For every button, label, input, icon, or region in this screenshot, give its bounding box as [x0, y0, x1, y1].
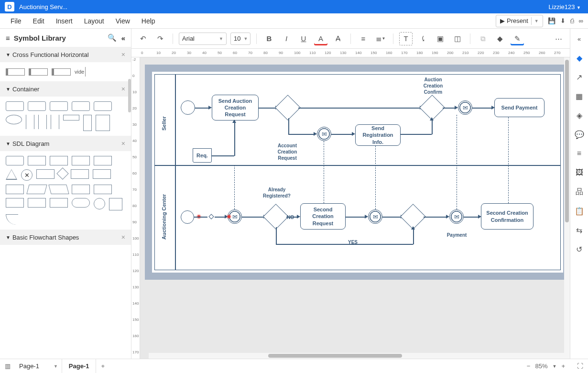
event-account-creation[interactable]	[317, 127, 331, 141]
close-icon[interactable]: ×	[121, 140, 125, 147]
shape-brace[interactable]	[32, 115, 34, 129]
grid-icon[interactable]: ▦	[574, 91, 585, 101]
image-icon[interactable]: 🖼	[574, 167, 585, 178]
menu-view[interactable]: View	[110, 14, 136, 28]
shape-brace[interactable]	[57, 115, 59, 129]
document-title[interactable]: Auctioning Serv...	[19, 3, 549, 11]
menu-insert[interactable]: Insert	[50, 14, 78, 28]
diagram-page[interactable]: Seller Auctioning Center Send Auction Cr…	[152, 72, 563, 273]
zoom-out-button[interactable]: −	[527, 362, 531, 370]
text-color-button[interactable]: A	[314, 32, 327, 45]
container-button[interactable]: ◫	[451, 32, 464, 45]
shape-parallelogram[interactable]	[26, 185, 47, 194]
arrange-icon[interactable]: ⇆	[574, 225, 585, 235]
horizontal-scrollbar[interactable]	[149, 353, 570, 359]
shape-rect[interactable]	[63, 115, 79, 121]
shape-terminator[interactable]	[72, 198, 90, 208]
fullscreen-button[interactable]: ⛶	[577, 362, 583, 370]
shape-circle[interactable]	[94, 198, 105, 209]
connector-button[interactable]: ⤹	[416, 32, 430, 45]
start-event-2[interactable]	[181, 210, 194, 224]
node-send-payment[interactable]: Send Payment	[494, 98, 544, 117]
app-logo[interactable]: D	[5, 2, 14, 11]
download-icon[interactable]: ⬇	[560, 17, 566, 24]
shape-storage[interactable]	[28, 198, 46, 208]
node-second-creation-confirmation[interactable]: Second Creation Confirmation	[481, 203, 534, 230]
font-size-select[interactable]: 10▼	[230, 33, 250, 45]
close-icon[interactable]: ×	[121, 51, 125, 58]
shape-hexagon[interactable]	[36, 169, 54, 179]
expand-panel-icon[interactable]: «	[574, 33, 585, 44]
shape-parallelogram[interactable]	[48, 185, 69, 194]
shape-sdl[interactable]	[6, 156, 24, 165]
shape-swimlane[interactable]	[6, 68, 25, 76]
history-icon[interactable]: ↺	[574, 244, 585, 254]
node-req[interactable]: Req.	[193, 148, 212, 163]
image-button[interactable]: ▣	[434, 32, 447, 45]
section-cross-functional[interactable]: ▼ Cross Functional Horizontal ×	[0, 47, 131, 62]
shape-card[interactable]	[50, 198, 68, 208]
zoom-value[interactable]: 85%	[535, 362, 547, 370]
clear-format-button[interactable]: A̶	[331, 32, 345, 45]
event-payment[interactable]	[449, 209, 464, 224]
menu-layout[interactable]: Layout	[78, 14, 110, 28]
shape-container[interactable]	[28, 101, 46, 111]
share-icon[interactable]: ∞	[579, 17, 583, 24]
page-select[interactable]: Page-1 ▼	[15, 359, 62, 373]
shape-diamond[interactable]	[56, 167, 68, 179]
shape-grid[interactable]	[96, 115, 110, 131]
shape-sdl[interactable]	[50, 156, 68, 165]
canvas[interactable]: Seller Auctioning Center Send Auction Cr…	[140, 57, 570, 359]
shape-container[interactable]	[72, 101, 90, 111]
shape-sdl[interactable]	[28, 156, 46, 165]
print-icon[interactable]: ⎙	[570, 17, 574, 24]
add-page-button[interactable]: +	[96, 362, 109, 370]
shape-brace[interactable]	[44, 115, 47, 129]
italic-button[interactable]: I	[280, 32, 293, 45]
underline-button[interactable]: U	[297, 32, 310, 45]
event-msg-3[interactable]	[368, 209, 382, 224]
shape-cylinder[interactable]	[6, 198, 24, 208]
shape-swimlane[interactable]	[29, 68, 48, 76]
close-icon[interactable]: ×	[121, 85, 125, 93]
user-menu[interactable]: Lizzie123 ▼	[549, 3, 581, 11]
section-basic-flowchart[interactable]: ▼ Basic Flowchart Shapes ×	[0, 230, 131, 245]
sitemap-icon[interactable]: 品	[574, 186, 585, 197]
collapse-panel-icon[interactable]: «	[121, 34, 125, 42]
data-icon[interactable]: ≡	[574, 148, 585, 159]
shape-brace[interactable]	[38, 115, 41, 129]
shape-ellipse[interactable]	[6, 115, 22, 124]
menu-help[interactable]: Help	[136, 14, 161, 28]
shape-arc[interactable]	[6, 214, 18, 225]
shape-tall[interactable]	[83, 115, 92, 131]
redo-button[interactable]: ↷	[153, 32, 167, 45]
shape-container[interactable]	[94, 101, 112, 111]
shape-container[interactable]	[50, 101, 68, 111]
node-send-registration[interactable]: Send Registration Info.	[355, 124, 401, 146]
shape-sdl[interactable]	[72, 156, 90, 165]
shape-offpage[interactable]	[109, 198, 122, 210]
shape-brace[interactable]	[26, 115, 28, 129]
shape-swimlane[interactable]	[52, 68, 71, 76]
undo-button[interactable]: ↶	[136, 32, 150, 45]
vertical-scrollbar[interactable]	[564, 57, 570, 353]
node-send-auction-creation[interactable]: Send Auction Creation Request	[212, 95, 259, 121]
group-button[interactable]: ⧉	[476, 32, 490, 45]
section-container[interactable]: ▼ Container ×	[0, 81, 131, 97]
shape-triangle[interactable]	[6, 169, 17, 180]
menu-edit[interactable]: Edit	[27, 14, 50, 28]
fill-button[interactable]: ◆	[493, 32, 507, 45]
page-tab-1[interactable]: Page-1	[62, 359, 97, 373]
line-color-button[interactable]: ✎	[511, 32, 524, 45]
valign-button[interactable]: ≣▼	[374, 32, 387, 45]
zoom-in-button[interactable]: +	[561, 362, 565, 370]
section-sdl[interactable]: ▼ SDL Diagram ×	[0, 136, 131, 151]
bold-button[interactable]: B	[262, 32, 276, 45]
shape-multidoc[interactable]	[94, 185, 112, 194]
menu-file[interactable]: File	[5, 14, 27, 28]
export-icon[interactable]: ↗	[574, 72, 585, 82]
shape-brace[interactable]	[51, 115, 53, 129]
shape-doc[interactable]	[72, 185, 90, 194]
start-event[interactable]	[181, 100, 195, 115]
shape-sdl[interactable]	[6, 185, 24, 194]
